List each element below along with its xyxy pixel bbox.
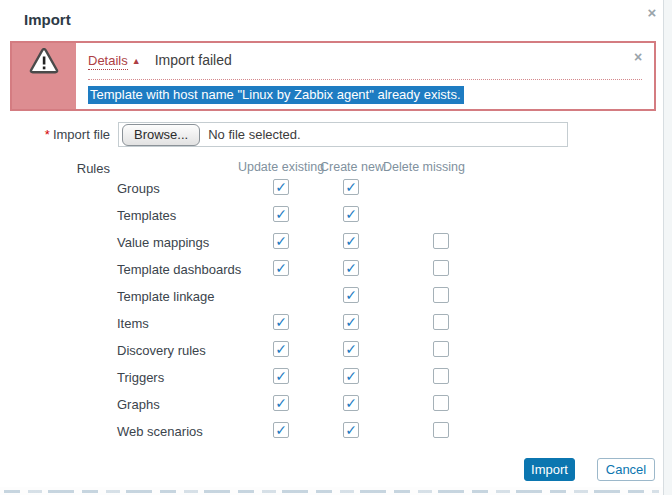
alert-message-selected-text: Template with host name "Linux by Zabbix… (88, 86, 464, 104)
rule-row: Discovery rules✓✓ (0, 337, 560, 364)
cancel-button[interactable]: Cancel (597, 458, 655, 481)
checkbox-delete-missing[interactable] (433, 233, 449, 249)
rule-label: Templates (117, 208, 176, 223)
background-page-right-strip (663, 0, 672, 495)
rule-row: Groups✓✓ (0, 175, 560, 202)
checkbox-update-existing[interactable]: ✓ (273, 341, 289, 357)
column-header-create-new: Create new (320, 160, 384, 174)
close-icon[interactable]: × (643, 4, 661, 22)
rule-label: Graphs (117, 397, 160, 412)
rule-row: Template linkage✓ (0, 283, 560, 310)
checkbox-delete-missing[interactable] (433, 314, 449, 330)
rule-row: Triggers✓✓ (0, 364, 560, 391)
background-page-bottom-strip (0, 487, 663, 495)
checkbox-delete-missing[interactable] (433, 287, 449, 303)
background-text-sliver (4, 490, 659, 493)
checkbox-create-new[interactable]: ✓ (343, 314, 359, 330)
checkbox-update-existing[interactable]: ✓ (273, 233, 289, 249)
alert-body: Details ▲ Import failed Template with ho… (76, 43, 654, 109)
alert-header-line: Details ▲ Import failed (88, 52, 640, 70)
alert-icon-cell (12, 43, 76, 109)
checkbox-update-existing[interactable]: ✓ (273, 395, 289, 411)
rule-row: Items✓✓ (0, 310, 560, 337)
checkbox-create-new[interactable]: ✓ (343, 287, 359, 303)
checkbox-create-new[interactable]: ✓ (343, 422, 359, 438)
checkbox-update-existing[interactable]: ✓ (273, 422, 289, 438)
rule-label: Triggers (117, 370, 164, 385)
checkbox-create-new[interactable]: ✓ (343, 260, 359, 276)
checkbox-update-existing[interactable]: ✓ (273, 179, 289, 195)
checkbox-update-existing[interactable]: ✓ (273, 368, 289, 384)
error-alert: Details ▲ Import failed Template with ho… (10, 41, 656, 111)
checkbox-delete-missing[interactable] (433, 368, 449, 384)
dialog-title: Import (24, 11, 71, 28)
rule-row: Graphs✓✓ (0, 391, 560, 418)
checkbox-delete-missing[interactable] (433, 395, 449, 411)
checkbox-update-existing[interactable]: ✓ (273, 206, 289, 222)
details-toggle[interactable]: Details (88, 53, 128, 70)
browse-button[interactable]: Browse... (122, 124, 200, 146)
checkbox-create-new[interactable]: ✓ (343, 206, 359, 222)
checkbox-delete-missing[interactable] (433, 260, 449, 276)
alert-separator (88, 79, 642, 80)
file-input-field[interactable]: Browse... No file selected. (118, 122, 568, 147)
rules-column-headers: Update existing Create new Delete missin… (0, 160, 560, 176)
checkbox-create-new[interactable]: ✓ (343, 341, 359, 357)
alert-close-icon[interactable]: × (630, 49, 646, 65)
checkbox-create-new[interactable]: ✓ (343, 233, 359, 249)
column-header-delete-missing: Delete missing (383, 160, 465, 174)
rule-label: Template dashboards (117, 262, 241, 277)
rule-label: Items (117, 316, 149, 331)
rule-row: Web scenarios✓✓ (0, 418, 560, 445)
checkbox-create-new[interactable]: ✓ (343, 368, 359, 384)
rule-row: Value mappings✓✓ (0, 229, 560, 256)
file-status-text: No file selected. (208, 127, 301, 142)
import-button[interactable]: Import (524, 458, 575, 481)
rule-label: Groups (117, 181, 160, 196)
rule-label: Template linkage (117, 289, 215, 304)
checkbox-create-new[interactable]: ✓ (343, 179, 359, 195)
checkbox-update-existing[interactable]: ✓ (273, 314, 289, 330)
rule-label: Web scenarios (117, 424, 203, 439)
checkbox-update-existing[interactable]: ✓ (273, 260, 289, 276)
rule-label: Value mappings (117, 235, 209, 250)
warning-triangle-icon (29, 43, 59, 109)
checkbox-delete-missing[interactable] (433, 341, 449, 357)
required-asterisk: * (45, 127, 50, 142)
import-file-label-text: Import file (53, 127, 110, 142)
checkbox-create-new[interactable]: ✓ (343, 395, 359, 411)
alert-title: Import failed (155, 52, 232, 68)
rule-row: Template dashboards✓✓ (0, 256, 560, 283)
column-header-update-existing: Update existing (238, 160, 324, 174)
rule-label: Discovery rules (117, 343, 206, 358)
import-dialog: Import × Details ▲ Import failed Templat… (0, 0, 672, 495)
rules-rows: Groups✓✓Templates✓✓Value mappings✓✓Templ… (0, 175, 560, 445)
checkbox-delete-missing[interactable] (433, 422, 449, 438)
chevron-up-icon[interactable]: ▲ (132, 56, 141, 66)
rule-row: Templates✓✓ (0, 202, 560, 229)
import-file-label: *Import file (0, 127, 110, 142)
